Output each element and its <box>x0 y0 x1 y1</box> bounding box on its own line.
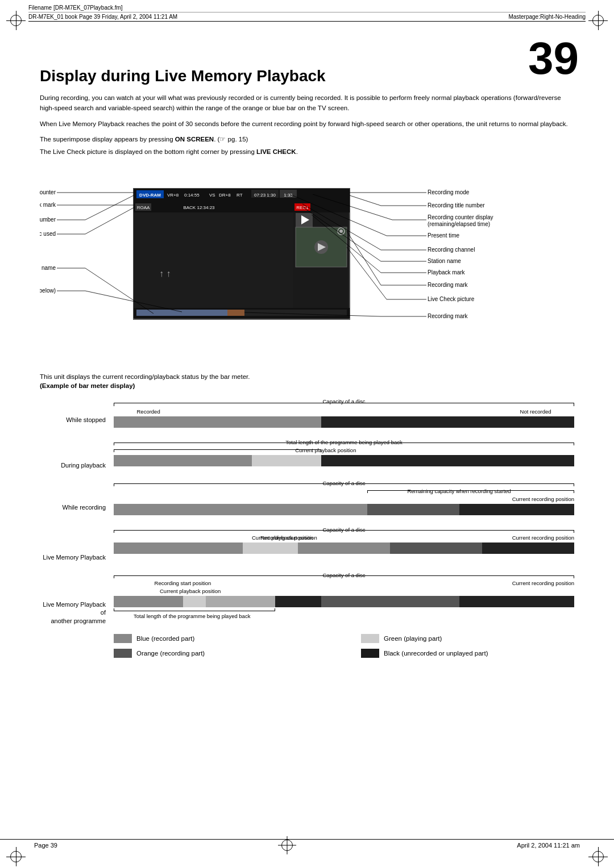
live-check-note: The Live Check picture is displayed on t… <box>40 147 574 157</box>
svg-line-43 <box>85 207 135 234</box>
svg-text:VS: VS <box>209 193 215 198</box>
filename-bar: Filename [DR-M7EK_07Playback.fm] <box>28 5 586 12</box>
svg-text:Present time: Present time <box>428 232 460 239</box>
footer-date: April 2, 2004 11:21 am <box>517 842 580 853</box>
bar-meter-intro: This unit displays the current recording… <box>40 373 574 380</box>
bar-label-live-memory-other: Live Memory Playback ofanother programme <box>40 572 114 625</box>
header-bar: DR-M7EK_01 book Page 39 Friday, April 2,… <box>28 12 586 22</box>
svg-text:Recording mark: Recording mark <box>428 282 468 288</box>
legend-item-blue: Blue (recorded part) <box>114 634 327 643</box>
diagram-svg: DVD-RAM VR+8 0:14:55 VS DR+8 RT 07:23 1:… <box>40 163 574 368</box>
svg-text:Playback title number: Playback title number <box>40 216 56 223</box>
bookline-text: DR-M7EK_01 book Page 39 Friday, April 2,… <box>28 14 177 20</box>
svg-text:Station name: Station name <box>428 258 461 264</box>
svg-text:Live Memory Playback mark: Live Memory Playback mark <box>40 202 56 208</box>
bar-row-recording: While recording Capacity of a disc Remai… <box>40 480 574 515</box>
svg-text:(remaining/elapsed time): (remaining/elapsed time) <box>428 221 490 227</box>
masterpage-text: Masterpage:Right-No-Heading <box>508 14 586 20</box>
bar-meter-title: (Example of bar meter display) <box>40 382 574 389</box>
bar-label-stopped: While stopped <box>40 398 114 423</box>
bar-label-playback: During playback <box>40 439 114 469</box>
svg-text:VR+8: VR+8 <box>167 193 179 198</box>
svg-text:Disc used: Disc used <box>40 231 56 237</box>
svg-text:Playback counter: Playback counter <box>40 189 56 195</box>
bar-row-stopped: While stopped Capacity of a disc Recorde… <box>40 398 574 428</box>
footer-page: Page 39 <box>34 842 57 853</box>
svg-text:Recording counter display: Recording counter display <box>428 214 493 220</box>
bar-row-live-memory: Live Memory Playback Capacity of a disc … <box>40 527 574 561</box>
svg-text:↑ ↑: ↑ ↑ <box>159 269 171 278</box>
legend-item-green: Green (playing part) <box>361 634 574 643</box>
svg-text:Recording title number: Recording title number <box>428 202 485 208</box>
svg-text:07:23 1:30: 07:23 1:30 <box>254 193 276 198</box>
svg-line-77 <box>347 247 387 299</box>
legend-item-orange: Orange (recording part) <box>114 649 327 658</box>
svg-rect-13 <box>134 202 350 212</box>
svg-text:Recording mode: Recording mode <box>428 189 470 195</box>
intro-para1: During recording, you can watch at your … <box>40 93 574 114</box>
svg-text:Recording mark: Recording mark <box>428 313 468 319</box>
svg-text:DR+8: DR+8 <box>219 193 231 198</box>
bar-row-playback: During playback Total length of the prog… <box>40 439 574 469</box>
svg-text:RT: RT <box>237 193 243 198</box>
svg-text:REC1: REC1 <box>296 205 309 210</box>
svg-text:Playback mark: Playback mark <box>428 269 466 276</box>
legend-section: Blue (recorded part) Green (playing part… <box>40 634 574 658</box>
svg-rect-30 <box>136 310 227 316</box>
bar-row-live-memory-other: Live Memory Playback ofanother programme… <box>40 572 574 625</box>
svg-line-55 <box>350 195 381 206</box>
footer-reg-mark <box>281 840 293 851</box>
svg-line-40 <box>85 195 134 220</box>
svg-text:Bar meter (see below): Bar meter (see below) <box>40 287 56 294</box>
footer: Page 39 April 2, 2004 11:21 am <box>0 839 614 856</box>
svg-text:Title name: Title name <box>40 265 56 271</box>
svg-text:Live Check picture: Live Check picture <box>428 296 475 302</box>
legend-item-black: Black (unrecorded or unplayed part) <box>361 649 574 658</box>
diagram-section: DVD-RAM VR+8 0:14:55 VS DR+8 RT 07:23 1:… <box>40 163 574 368</box>
on-screen-note: The superimpose display appears by press… <box>40 135 574 145</box>
svg-rect-31 <box>227 310 244 316</box>
svg-text:ROAA: ROAA <box>137 205 150 210</box>
svg-rect-21 <box>134 212 293 316</box>
page-title: Display during Live Memory Playback <box>40 67 574 85</box>
svg-point-28 <box>339 229 343 233</box>
filename-text: Filename [DR-M7EK_07Playback.fm] <box>28 5 123 11</box>
svg-text:DVD-RAM: DVD-RAM <box>139 193 161 198</box>
bar-label-live-memory: Live Memory Playback <box>40 527 114 561</box>
svg-text:BACK  12:34:23: BACK 12:34:23 <box>183 205 215 210</box>
bar-label-recording: While recording <box>40 480 114 511</box>
intro-para2: When Live Memory Playback reaches the po… <box>40 119 574 130</box>
svg-text:Recording channel: Recording channel <box>428 247 475 253</box>
page-number-large: 39 <box>528 36 579 81</box>
svg-text:0:14:55: 0:14:55 <box>184 193 200 198</box>
bar-meter-section: This unit displays the current recording… <box>40 373 574 658</box>
svg-line-74 <box>347 231 381 285</box>
